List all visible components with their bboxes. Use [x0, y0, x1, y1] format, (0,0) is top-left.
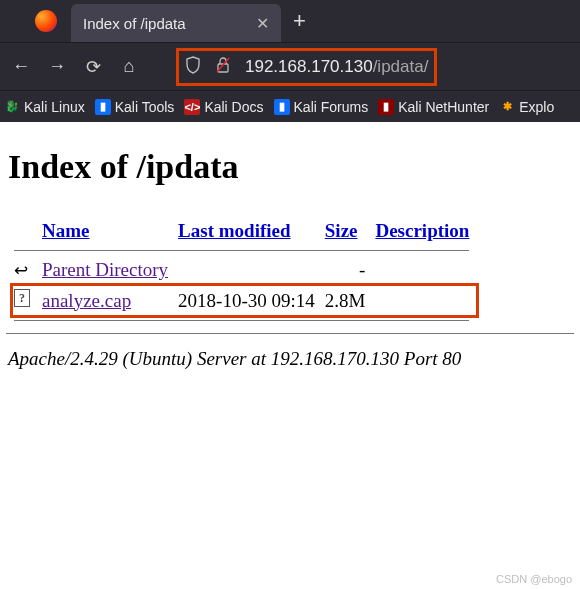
url-path: /ipdata/	[373, 57, 429, 76]
server-signature: Apache/2.4.29 (Ubuntu) Server at 192.168…	[8, 348, 574, 370]
darkred-icon: ▮	[378, 99, 394, 115]
back-arrow-icon: ↩	[14, 260, 32, 281]
browser-tab[interactable]: Index of /ipdata ✕	[71, 4, 281, 42]
parent-size: -	[323, 255, 374, 285]
file-last-modified: 2018-10-30 09:14	[176, 285, 323, 316]
page-content: Index of /ipdata Name Last modified Size…	[0, 122, 580, 380]
insecure-lock-icon[interactable]	[215, 56, 231, 78]
directory-listing: Name Last modified Size Description ↩ Pa…	[12, 216, 477, 325]
parent-directory-link[interactable]: Parent Directory	[42, 259, 168, 280]
nav-toolbar: ← → ⟳ ⌂ 192.168.170.130/ipdata/	[0, 42, 580, 90]
unknown-file-icon	[14, 289, 30, 307]
bookmark-exploit[interactable]: ✱Explo	[499, 99, 554, 115]
red-icon: </>	[184, 99, 200, 115]
address-bar-highlight: 192.168.170.130/ipdata/	[176, 48, 437, 86]
new-tab-button[interactable]: +	[293, 8, 306, 34]
page-title: Index of /ipdata	[8, 148, 574, 186]
bookmark-kali-forums[interactable]: ▮Kali Forums	[274, 99, 369, 115]
url-host: 192.168.170.130	[245, 57, 373, 76]
tab-strip: Index of /ipdata ✕ +	[0, 0, 580, 42]
file-row: analyze.cap 2018-10-30 09:14 2.8M	[12, 285, 477, 316]
header-row: Name Last modified Size Description	[12, 216, 477, 246]
back-button[interactable]: ←	[12, 56, 30, 77]
file-link[interactable]: analyze.cap	[42, 290, 131, 311]
reload-button[interactable]: ⟳	[84, 56, 102, 78]
parent-directory-row: ↩ Parent Directory -	[12, 255, 477, 285]
col-last-modified[interactable]: Last modified	[178, 220, 290, 241]
close-tab-icon[interactable]: ✕	[256, 14, 269, 33]
svg-line-1	[217, 58, 229, 72]
separator	[14, 250, 469, 251]
forward-button[interactable]: →	[48, 56, 66, 77]
col-name[interactable]: Name	[42, 220, 89, 241]
bookmark-kali-linux[interactable]: 🐉Kali Linux	[4, 99, 85, 115]
bookmark-kali-docs[interactable]: </>Kali Docs	[184, 99, 263, 115]
bookmark-kali-nethunter[interactable]: ▮Kali NetHunter	[378, 99, 489, 115]
firefox-logo-icon	[35, 10, 57, 32]
col-size[interactable]: Size	[325, 220, 358, 241]
bookmarks-toolbar: 🐉Kali Linux ▮Kali Tools </>Kali Docs ▮Ka…	[0, 90, 580, 122]
browser-chrome: Index of /ipdata ✕ + ← → ⟳ ⌂ 192.168.170…	[0, 0, 580, 122]
blue-icon: ▮	[274, 99, 290, 115]
separator	[14, 320, 469, 321]
file-size: 2.8M	[323, 285, 374, 316]
watermark: CSDN @ebogo	[496, 573, 572, 585]
tab-title: Index of /ipdata	[83, 15, 186, 32]
col-description[interactable]: Description	[375, 220, 469, 241]
address-bar[interactable]: 192.168.170.130/ipdata/	[245, 57, 428, 77]
bookmark-kali-tools[interactable]: ▮Kali Tools	[95, 99, 175, 115]
shield-icon[interactable]	[185, 56, 201, 78]
orange-icon: ✱	[499, 99, 515, 115]
dragon-icon: 🐉	[4, 99, 20, 115]
home-button[interactable]: ⌂	[120, 56, 138, 77]
separator	[6, 333, 574, 334]
blue-icon: ▮	[95, 99, 111, 115]
